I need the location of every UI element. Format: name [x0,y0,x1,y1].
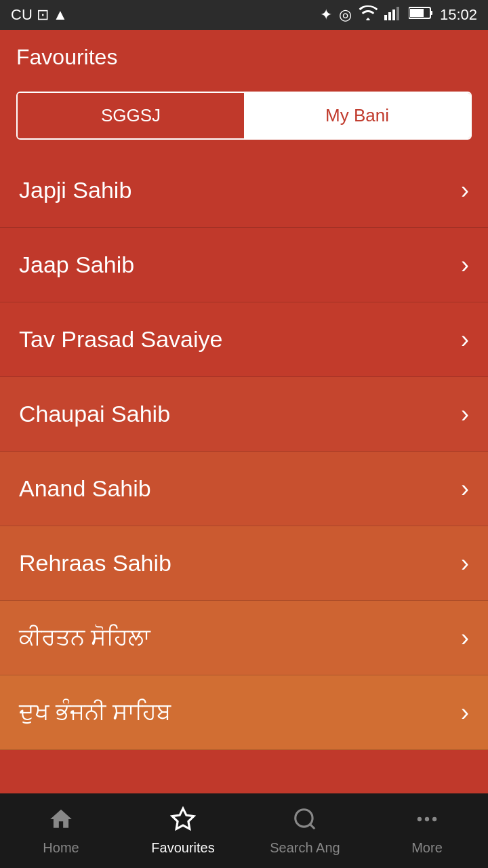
nav-item-search[interactable]: Search Ang [244,806,366,856]
svg-rect-1 [388,12,391,20]
svg-marker-7 [172,808,194,829]
nav-label-more: More [411,840,443,856]
status-right: ✦ ◎ 15:02 [320,5,477,24]
carrier-text: CU ⊡ ▲ [11,6,68,24]
list-item-4[interactable]: Chaupai Sahib › [0,377,488,452]
more-icon [414,806,440,836]
svg-rect-6 [430,11,432,15]
list-item-label: ਦੁਖ ਭੰਜਨੀ ਸਾਹਿਬ [19,699,171,726]
chevron-right-icon: › [461,549,469,578]
favourites-icon [170,806,196,836]
battery-icon [409,6,433,24]
time-display: 15:02 [440,6,477,24]
page-title: Favourites [16,45,117,69]
list-item-label: Chaupai Sahib [19,401,170,427]
bottom-nav: Home Favourites Search Ang More [0,793,488,868]
list-item-2[interactable]: Jaap Sahib › [0,228,488,302]
svg-rect-3 [396,7,399,20]
header: Favourites [0,30,488,85]
svg-line-9 [310,824,314,829]
list-item-label: Japji Sahib [19,177,131,203]
chevron-right-icon: › [461,698,469,727]
toggle-container: SGGSJ My Bani [0,85,488,153]
signal-icon [384,5,402,24]
chevron-right-icon: › [461,400,469,429]
wifi-icon [359,5,378,24]
bluetooth-icon: ✦ [320,6,332,24]
svg-point-12 [432,816,436,821]
toggle-mybani[interactable]: My Bani [244,93,470,138]
nav-label-search: Search Ang [270,840,340,856]
list-item-8[interactable]: ਦੁਖ ਭੰਜਨੀ ਸਾਹਿਬ › [0,675,488,750]
nfc-icon: ◎ [339,6,352,24]
svg-rect-2 [392,9,395,20]
svg-point-11 [425,816,429,821]
svg-rect-0 [384,15,387,20]
list-item-1[interactable]: Japji Sahib › [0,153,488,228]
home-icon [48,806,74,836]
list-item-label: Jaap Sahib [19,252,134,278]
chevron-right-icon: › [461,475,469,503]
chevron-right-icon: › [461,624,469,652]
nav-item-home[interactable]: Home [0,806,122,856]
svg-point-10 [418,816,422,821]
list-item-label: ਕੀਰਤਨ ਸੋਹਿਲਾ [19,625,150,652]
list-item-label: Anand Sahib [19,475,151,502]
list-item-3[interactable]: Tav Prasad Savaiye › [0,302,488,377]
nav-label-home: Home [43,840,79,856]
toggle-switch: SGGSJ My Bani [16,92,472,140]
list-item-label: Tav Prasad Savaiye [19,326,223,353]
list-item-label: Rehraas Sahib [19,550,171,576]
svg-rect-5 [410,9,424,17]
list-item-6[interactable]: Rehraas Sahib › [0,526,488,601]
chevron-right-icon: › [461,251,469,279]
status-left: CU ⊡ ▲ [11,6,68,24]
status-bar: CU ⊡ ▲ ✦ ◎ 15:02 [0,0,488,30]
chevron-right-icon: › [461,326,469,354]
svg-point-8 [296,809,312,826]
list-item-5[interactable]: Anand Sahib › [0,452,488,526]
bani-list: Japji Sahib › Jaap Sahib › Tav Prasad Sa… [0,153,488,793]
chevron-right-icon: › [461,176,469,205]
toggle-sggsj[interactable]: SGGSJ [18,93,244,138]
nav-label-favourites: Favourites [151,840,214,856]
nav-item-favourites[interactable]: Favourites [122,806,244,856]
list-item-7[interactable]: ਕੀਰਤਨ ਸੋਹਿਲਾ › [0,601,488,675]
nav-item-more[interactable]: More [366,806,488,856]
search-icon [292,806,318,836]
